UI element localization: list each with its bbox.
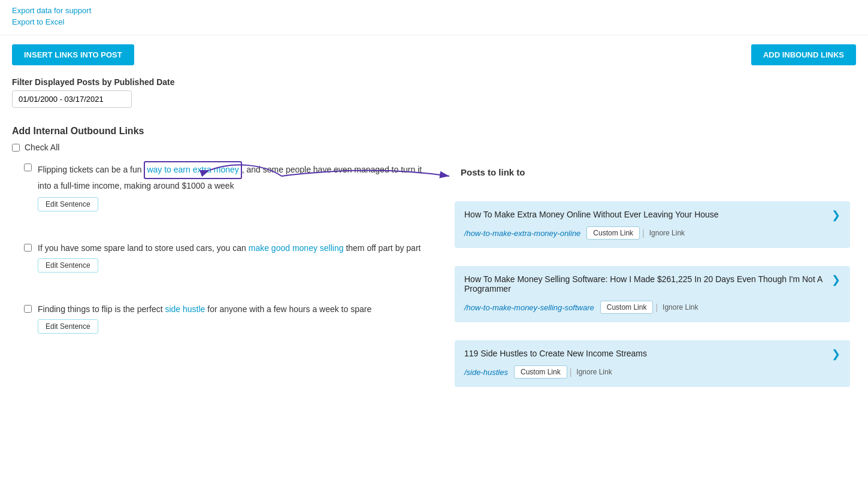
chevron-right-icon-2: ❯	[831, 274, 840, 285]
edit-sentence-button-1[interactable]: Edit Sentence	[38, 197, 98, 211]
sentence-text-after-3: for anyone with a few hours a week to sp…	[205, 304, 371, 314]
sentence-item-1: Flipping tickets can be a fun way to ear…	[24, 161, 437, 223]
check-all-label: Check All	[25, 143, 59, 152]
suggestion-card-3: 119 Side Hustles to Create New Income St…	[455, 340, 850, 387]
annotation-arrow	[282, 158, 473, 194]
sentence-checkbox-3[interactable]	[24, 305, 32, 313]
ignore-link-2[interactable]: Ignore Link	[663, 303, 698, 311]
export-support-link[interactable]: Export data for support	[12, 6, 856, 15]
export-excel-link[interactable]: Export to Excel	[12, 17, 856, 26]
sentence-link-3[interactable]: side hustle	[165, 304, 205, 314]
custom-link-button-1[interactable]: Custom Link	[586, 226, 640, 240]
suggestion-title-2: How To Make Money Selling Software: How …	[464, 274, 831, 294]
sentence-text-before-1: Flipping tickets can be a fun	[38, 165, 144, 174]
sentence-item-3: Finding things to flip is the perfect si…	[24, 302, 437, 346]
posts-to-link-header: Posts to link to	[461, 161, 850, 183]
sentence-link-1[interactable]: way to earn extra money	[147, 165, 238, 174]
sentence-text-after-2: them off part by part	[344, 243, 421, 253]
separator-3: |	[570, 367, 572, 377]
post-url-1: /how-to-make-extra-money-online	[464, 229, 580, 238]
suggestion-card-1: How To Make Extra Money Online Without E…	[455, 201, 850, 248]
chevron-right-icon-1: ❯	[831, 210, 840, 220]
sentence-checkbox-2[interactable]	[24, 244, 32, 252]
add-inbound-links-button[interactable]: ADD INBOUND LINKS	[751, 44, 856, 65]
ignore-link-3[interactable]: Ignore Link	[576, 368, 612, 376]
date-range-input[interactable]	[12, 90, 132, 108]
outbound-title: Add Internal Outbound Links	[12, 126, 856, 137]
edit-sentence-button-2[interactable]: Edit Sentence	[38, 258, 98, 273]
separator-1: |	[642, 228, 645, 238]
sentence-item-2: If you have some spare land to store use…	[24, 241, 437, 285]
sentence-link-2[interactable]: make good money selling	[249, 243, 344, 253]
edit-sentence-button-3[interactable]: Edit Sentence	[38, 319, 98, 334]
custom-link-button-2[interactable]: Custom Link	[600, 301, 654, 314]
filter-label: Filter Displayed Posts by Published Date	[12, 77, 856, 87]
post-url-2: /how-to-make-money-selling-software	[464, 303, 594, 312]
suggestion-card-2: How To Make Money Selling Software: How …	[455, 266, 850, 322]
custom-link-button-3[interactable]: Custom Link	[514, 365, 567, 379]
suggestion-title-3: 119 Side Hustles to Create New Income St…	[464, 349, 647, 358]
post-url-3: /side-hustles	[464, 368, 508, 377]
check-all-checkbox[interactable]	[12, 144, 20, 152]
sentence-text-before-3: Finding things to flip is the perfect	[38, 304, 165, 314]
sentence-text-3: Finding things to flip is the perfect si…	[38, 302, 371, 316]
separator-2: |	[655, 302, 658, 312]
sentence-text-2: If you have some spare land to store use…	[38, 241, 421, 255]
suggestion-title-1: How To Make Extra Money Online Without E…	[464, 210, 719, 219]
sentence-checkbox-1[interactable]	[24, 164, 32, 171]
ignore-link-1[interactable]: Ignore Link	[649, 229, 685, 237]
insert-links-button[interactable]: INSERT LINKS INTO POST	[12, 44, 134, 65]
chevron-right-icon-3: ❯	[831, 349, 840, 359]
sentence-text-before-2: If you have some spare land to store use…	[38, 243, 249, 253]
